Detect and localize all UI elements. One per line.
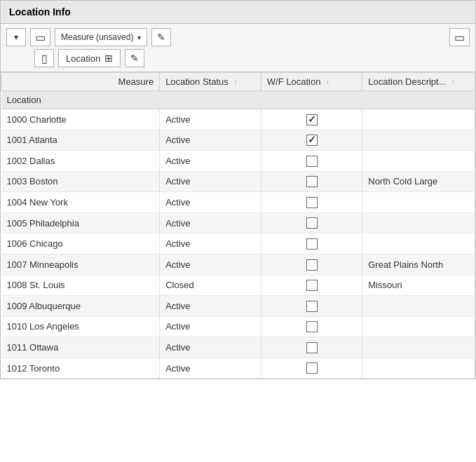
description-cell	[362, 296, 475, 317]
pencil-icon-1: ✎	[157, 32, 165, 43]
location-label: Location	[66, 53, 100, 64]
location-group-header: Location	[1, 91, 475, 109]
toolbar-row-1: ▾ ▭ Measure (unsaved) ▾ ✎ ▭	[6, 28, 470, 46]
description-cell: Missouri	[362, 275, 475, 296]
measure-dropdown[interactable]: Measure (unsaved) ▾	[55, 28, 147, 46]
col-header-status[interactable]: Location Status ↑	[160, 73, 261, 91]
checkbox-unchecked-icon[interactable]	[306, 342, 318, 353]
checkbox-unchecked-icon[interactable]	[306, 217, 318, 229]
wf-location-cell[interactable]	[261, 275, 362, 296]
checkbox-unchecked-icon[interactable]	[306, 259, 318, 271]
location-group-label: Location	[1, 91, 475, 109]
table-row: 1000 CharlotteActive	[1, 109, 475, 130]
col-header-desc[interactable]: Location Descript... ↑	[362, 73, 475, 91]
checkbox-unchecked-icon[interactable]	[306, 301, 318, 312]
status-cell: Active	[160, 337, 261, 358]
status-cell: Active	[160, 233, 261, 254]
col-header-wf[interactable]: W/F Location ↑	[261, 73, 362, 91]
data-table-container: Measure Location Status ↑ W/F Location ↑…	[1, 72, 475, 379]
description-cell	[362, 212, 475, 233]
pencil-icon-2: ✎	[130, 53, 139, 64]
table-row: 1006 ChicagoActive	[1, 233, 475, 254]
location-name-cell: 1011 Ottawa	[1, 337, 160, 358]
title-bar: Location Info	[1, 1, 475, 24]
wf-location-cell[interactable]	[261, 192, 362, 213]
col-measure-label: Measure	[118, 76, 154, 87]
checkbox-checked-icon[interactable]	[306, 135, 318, 146]
edit-location-button[interactable]: ✎	[125, 49, 144, 67]
description-cell	[362, 130, 475, 151]
checkbox-unchecked-icon[interactable]	[306, 238, 318, 250]
checkbox-unchecked-icon[interactable]	[306, 280, 318, 291]
location-name-cell: 1009 Albuquerque	[1, 296, 160, 317]
view-button-1[interactable]: ▭	[30, 28, 50, 46]
sort-arrow-wf: ↑	[326, 79, 329, 86]
location-info-window: Location Info ▾ ▭ Measure (unsaved) ▾ ✎	[0, 0, 476, 379]
wf-location-cell[interactable]	[261, 358, 362, 379]
checkbox-unchecked-icon[interactable]	[306, 197, 318, 208]
view-icon-1: ▭	[35, 31, 46, 44]
location-name-cell: 1005 Philadelphia	[1, 212, 160, 233]
table-row: 1003 BostonActiveNorth Cold Large	[1, 171, 475, 192]
wf-location-cell[interactable]	[261, 171, 362, 192]
status-cell: Closed	[160, 275, 261, 296]
view-button-2[interactable]: ▯	[34, 49, 54, 67]
layout-button[interactable]: ▭	[449, 28, 470, 46]
status-cell: Active	[160, 109, 261, 130]
location-button[interactable]: Location ⊞	[58, 49, 121, 67]
description-cell	[362, 316, 475, 337]
wf-location-cell[interactable]	[261, 296, 362, 317]
wf-location-cell[interactable]	[261, 109, 362, 130]
status-cell: Active	[160, 254, 261, 275]
wf-location-cell[interactable]	[261, 233, 362, 254]
status-cell: Active	[160, 151, 261, 172]
description-cell: North Cold Large	[362, 171, 475, 192]
table-row: 1005 PhiladelphiaActive	[1, 212, 475, 233]
checkbox-unchecked-icon[interactable]	[306, 362, 318, 374]
description-cell	[362, 233, 475, 254]
col-status-label: Location Status	[165, 76, 229, 87]
checkbox-unchecked-icon[interactable]	[306, 176, 318, 187]
checkbox-checked-icon[interactable]	[306, 114, 318, 125]
location-name-cell: 1000 Charlotte	[1, 109, 160, 130]
status-cell: Active	[160, 316, 261, 337]
wf-location-cell[interactable]	[261, 337, 362, 358]
toolbar-row-2: ▯ Location ⊞ ✎	[6, 49, 470, 67]
table-row: 1011 OttawaActive	[1, 337, 475, 358]
status-cell: Active	[160, 212, 261, 233]
status-cell: Active	[160, 358, 261, 379]
view-icon-2: ▯	[41, 52, 48, 65]
location-grid-icon: ⊞	[104, 53, 113, 64]
sort-arrow-desc: ↑	[451, 79, 455, 86]
location-name-cell: 1006 Chicago	[1, 233, 160, 254]
checkbox-unchecked-icon[interactable]	[306, 321, 318, 332]
col-header-measure: Measure	[1, 73, 160, 91]
location-name-cell: 1012 Toronto	[1, 358, 160, 379]
status-cell: Active	[160, 296, 261, 317]
location-name-cell: 1002 Dallas	[1, 151, 160, 172]
checkbox-unchecked-icon[interactable]	[306, 156, 318, 167]
description-cell	[362, 109, 475, 130]
edit-measure-button[interactable]: ✎	[151, 28, 171, 46]
wf-location-cell[interactable]	[261, 212, 362, 233]
dropdown-arrow-icon: ▾	[137, 34, 141, 41]
wf-location-cell[interactable]	[261, 316, 362, 337]
location-table: Measure Location Status ↑ W/F Location ↑…	[1, 72, 475, 379]
wf-location-cell[interactable]	[261, 151, 362, 172]
sort-arrow-status: ↑	[233, 79, 237, 86]
layout-icon: ▭	[454, 31, 465, 44]
location-name-cell: 1003 Boston	[1, 171, 160, 192]
table-row: 1007 MinneapolisActiveGreat Plains North	[1, 254, 475, 275]
table-row: 1004 New YorkActive	[1, 192, 475, 213]
location-name-cell: 1010 Los Angeles	[1, 316, 160, 337]
collapse-button[interactable]: ▾	[6, 28, 26, 46]
table-row: 1001 AtlantaActive	[1, 130, 475, 151]
wf-location-cell[interactable]	[261, 254, 362, 275]
col-desc-label: Location Descript...	[368, 76, 446, 87]
location-name-cell: 1007 Minneapolis	[1, 254, 160, 275]
description-cell: Great Plains North	[362, 254, 475, 275]
location-name-cell: 1001 Atlanta	[1, 130, 160, 151]
wf-location-cell[interactable]	[261, 130, 362, 151]
description-cell	[362, 192, 475, 213]
measure-dropdown-label: Measure (unsaved)	[61, 32, 133, 42]
